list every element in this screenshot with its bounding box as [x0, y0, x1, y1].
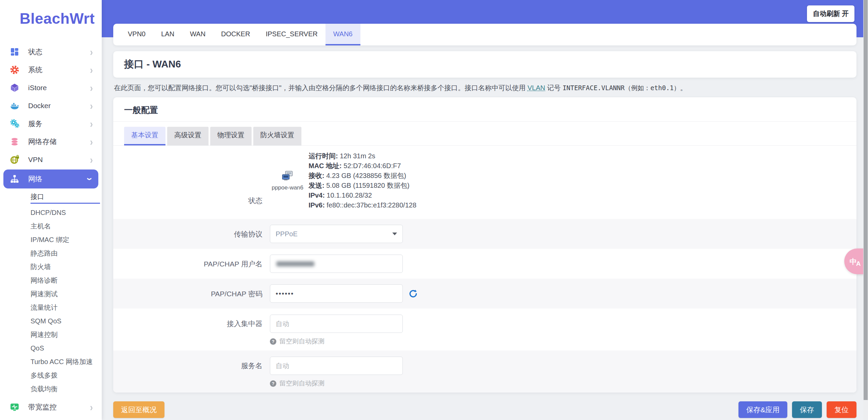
sidebar-subitem-speed-control[interactable]: 网速控制: [31, 328, 102, 342]
database-icon: [9, 137, 20, 146]
sidebar-subitem-qos[interactable]: QoS: [31, 342, 102, 355]
page-scrollbar: [863, 0, 868, 420]
service-help: ? 留空则自动探测: [270, 379, 403, 388]
globe-lock-icon: [9, 155, 20, 164]
chevron-right-icon: ›: [90, 136, 93, 147]
status-detail-mac: MAC 地址: 52:D7:46:04:6D:F7: [309, 161, 416, 171]
description-text: 在此页面，您可以配置网络接口。您可以勾选"桥接接口"，并输入由空格分隔的多个网络…: [114, 84, 528, 92]
sidebar-item-bandwidth-monitor[interactable]: 带宽监控 ›: [0, 398, 102, 416]
sidebar-subitem-diagnostics[interactable]: 网络诊断: [31, 274, 102, 287]
sidebar-item-status[interactable]: 状态 ›: [0, 43, 102, 61]
status-detail-ipv6: IPv6: fe80::dec:37bc:e1f3:2280/128: [309, 200, 416, 210]
device-block: pppoe-wan6: [270, 171, 305, 191]
password-field[interactable]: [270, 284, 403, 303]
sidebar-subitem-dhcp-dns[interactable]: DHCP/DNS: [31, 206, 102, 220]
chevron-right-icon: ›: [90, 402, 93, 412]
sidebar-subitem-ip-mac-binding[interactable]: IP/MAC 绑定: [31, 233, 102, 247]
service-name-field[interactable]: [270, 357, 403, 375]
sidebar-menu: 状态 › 系统 › iStore › Docker ›: [0, 43, 102, 420]
sitemap-icon: [9, 175, 20, 184]
form-row-password: PAP/CHAP 密码: [113, 279, 856, 308]
tab-wan[interactable]: WAN: [182, 24, 213, 45]
subtab-basic[interactable]: 基本设置: [124, 127, 165, 145]
page-title: 接口 - WAN6: [124, 58, 181, 71]
concentrator-label: 接入集中器: [113, 308, 270, 351]
username-field[interactable]: [270, 255, 403, 273]
sidebar-subitem-sqm-qos[interactable]: SQM QoS: [31, 315, 102, 328]
sidebar-item-network-storage[interactable]: 网络存储 ›: [0, 133, 102, 151]
refresh-icon[interactable]: [409, 289, 418, 298]
sidebar-item-logout[interactable]: 退出: [0, 416, 102, 420]
monitor-pulse-icon: [9, 402, 20, 412]
app-logo: BleachWrt: [20, 10, 102, 27]
ethernet-adapter-icon: [281, 171, 294, 183]
gears-icon: [9, 119, 20, 128]
sidebar-subitem-multi-wan[interactable]: 多线多拨: [31, 369, 102, 382]
sidebar-subitem-speedtest[interactable]: 网速测试: [31, 287, 102, 301]
status-detail-ipv4: IPv4: 10.1.160.28/32: [309, 191, 416, 200]
sidebar-item-label: 带宽监控: [28, 402, 57, 412]
sidebar-subitem-static-routes[interactable]: 静态路由: [31, 247, 102, 260]
sidebar-subitem-traffic-stats[interactable]: 流量统计: [31, 301, 102, 315]
tab-vpn0[interactable]: VPN0: [120, 24, 153, 45]
save-button[interactable]: 保存: [792, 401, 822, 418]
sidebar-item-vpn[interactable]: VPN ›: [0, 151, 102, 168]
reset-button[interactable]: 复位: [827, 401, 856, 418]
page-title-card: 接口 - WAN6: [113, 51, 856, 78]
access-concentrator-field[interactable]: [270, 315, 403, 333]
tab-wan6[interactable]: WAN6: [326, 24, 360, 45]
scrollbar-thumb[interactable]: [864, 0, 868, 400]
sidebar-subitem-turbo-acc[interactable]: Turbo ACC 网络加速: [31, 355, 102, 369]
interface-tabs-bar: VPN0 LAN WAN DOCKER IPSEC_SERVER WAN6: [113, 24, 856, 45]
username-redacted-blur: [276, 261, 314, 266]
description-code: INTERFACE.VLANNR（例如：eth0.1）: [563, 84, 680, 92]
help-text: 留空则自动探测: [279, 379, 324, 388]
sidebar-item-label: Docker: [28, 102, 51, 110]
auto-refresh-toggle[interactable]: 自动刷新 开: [807, 5, 854, 22]
tab-lan[interactable]: LAN: [153, 24, 182, 45]
gear-icon: [9, 65, 20, 74]
sidebar-item-istore[interactable]: iStore ›: [0, 79, 102, 97]
dropdown-caret-icon: [392, 233, 397, 235]
form-row-protocol: 传输协议 PPPoE: [113, 219, 856, 249]
subtab-firewall[interactable]: 防火墙设置: [253, 127, 301, 145]
status-details: 运行时间: 12h 31m 2s MAC 地址: 52:D7:46:04:6D:…: [309, 151, 416, 210]
subtab-physical[interactable]: 物理设置: [210, 127, 252, 145]
sidebar-item-label: 状态: [28, 47, 42, 57]
chevron-right-icon: ›: [90, 64, 93, 75]
protocol-label: 传输协议: [113, 219, 270, 249]
main-area: 自动刷新 开 VPN0 LAN WAN DOCKER IPSEC_SERVER …: [102, 0, 868, 420]
dashboard-grid-icon: [9, 47, 20, 56]
protocol-select[interactable]: PPPoE: [270, 225, 403, 243]
tab-docker[interactable]: DOCKER: [213, 24, 258, 45]
form-row-concentrator: 接入集中器 ? 留空则自动探测: [113, 308, 856, 351]
sidebar-item-label: iStore: [28, 84, 47, 92]
protocol-selected-value: PPPoE: [276, 230, 297, 238]
config-subtabs: 基本设置 高级设置 物理设置 防火墙设置: [113, 122, 856, 146]
sidebar-item-system[interactable]: 系统 ›: [0, 61, 102, 79]
form-row-service: 服务名 ? 留空则自动探测: [113, 351, 856, 393]
sidebar-item-label: 网络: [28, 174, 42, 184]
status-detail-rx: 接收: 4.23 GB (4238856 数据包): [309, 171, 416, 181]
chevron-down-icon: ›: [85, 178, 95, 181]
sidebar-subitem-hostname[interactable]: 主机名: [31, 220, 102, 233]
cube-icon: [9, 83, 20, 92]
sidebar-item-services[interactable]: 服务 ›: [0, 115, 102, 133]
vlan-link[interactable]: VLAN: [528, 84, 545, 92]
sidebar-subitem-firewall[interactable]: 防火墙: [31, 260, 102, 274]
status-detail-tx: 发送: 5.08 GB (11591820 数据包): [309, 181, 416, 191]
help-text: 留空则自动探测: [279, 337, 324, 346]
general-config-card: 一般配置 基本设置 高级设置 物理设置 防火墙设置 状态 pppoe-wan6: [113, 97, 856, 393]
save-apply-button[interactable]: 保存&应用: [738, 401, 787, 418]
sidebar-item-network[interactable]: 网络 ›: [3, 169, 98, 188]
status-detail-uptime: 运行时间: 12h 31m 2s: [309, 151, 416, 161]
back-to-overview-button[interactable]: 返回至概况: [113, 401, 164, 418]
sidebar-subitem-load-balancing[interactable]: 负载均衡: [31, 382, 102, 396]
sidebar-item-docker[interactable]: Docker ›: [0, 97, 102, 115]
chevron-right-icon: ›: [90, 100, 93, 111]
tab-ipsec-server[interactable]: IPSEC_SERVER: [258, 24, 326, 45]
sidebar-subitem-interfaces[interactable]: 接口: [31, 191, 100, 204]
sidebar-item-label: 系统: [28, 65, 42, 75]
subtab-advanced[interactable]: 高级设置: [167, 127, 209, 145]
sidebar: BleachWrt 状态 › 系统 › iStore ›: [0, 0, 102, 420]
